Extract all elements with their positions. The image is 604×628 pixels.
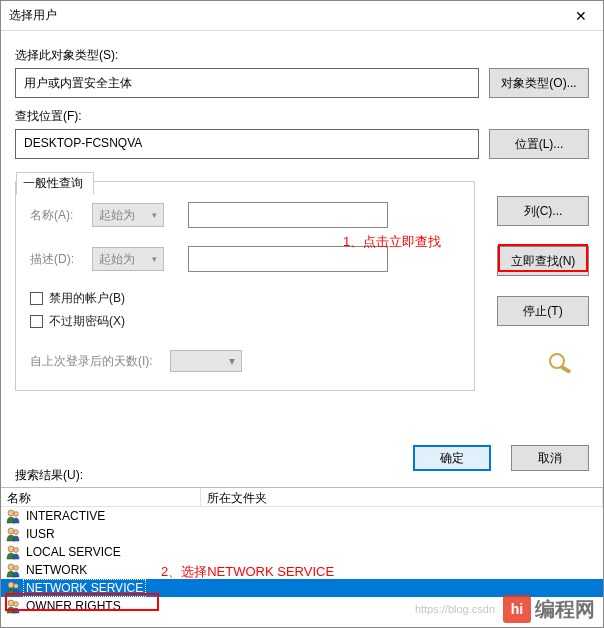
object-type-input[interactable]: 用户或内置安全主体 [15,68,479,98]
no-expire-checkbox[interactable]: 不过期密码(X) [30,313,460,330]
disabled-accounts-checkbox[interactable]: 禁用的帐户(B) [30,290,460,307]
principal-icon [5,526,21,542]
table-row[interactable]: LOCAL SERVICE [1,543,603,561]
svg-point-13 [14,602,19,607]
svg-point-5 [14,530,19,535]
magnifier-icon [545,351,577,375]
days-dropdown[interactable]: ▾ [170,350,242,372]
columns-button[interactable]: 列(C)... [497,196,589,226]
row-name: LOCAL SERVICE [24,544,123,560]
principal-icon [5,544,21,560]
desc-field-label: 描述(D): [30,251,92,268]
svg-rect-1 [560,365,572,374]
checkbox-icon [30,315,43,328]
search-results-label: 搜索结果(U): [15,467,83,484]
find-now-button[interactable]: 立即查找(N) [497,246,589,276]
svg-point-11 [14,584,19,589]
ok-button[interactable]: 确定 [413,445,491,471]
watermark-url: https://blog.csdn [415,603,495,615]
table-row[interactable]: INTERACTIVE [1,507,603,525]
locations-button[interactable]: 位置(L)... [489,129,589,159]
titlebar: 选择用户 ✕ [1,1,603,31]
column-name[interactable]: 名称 [1,488,201,506]
row-name: INTERACTIVE [24,508,107,524]
watermark: https://blog.csdn hi 编程网 [415,595,595,623]
row-name: NETWORK [24,562,89,578]
principal-icon [5,508,21,524]
svg-point-10 [8,582,14,588]
object-types-button[interactable]: 对象类型(O)... [489,68,589,98]
svg-point-7 [14,548,19,553]
svg-point-0 [550,354,564,368]
stop-button[interactable]: 停止(T) [497,296,589,326]
desc-mode-value: 起始为 [99,251,135,268]
window-title: 选择用户 [9,7,558,24]
chevron-down-icon: ▾ [152,254,157,264]
location-input[interactable]: DESKTOP-FCSNQVA [15,129,479,159]
principal-icon [5,562,21,578]
principal-icon [5,580,21,596]
watermark-logo-icon: hi [503,595,531,623]
days-since-login-label: 自上次登录后的天数(I): [30,353,170,370]
svg-point-12 [8,600,14,606]
annotation-2: 2、选择NETWORK SERVICE [161,563,334,581]
close-button[interactable]: ✕ [558,1,603,31]
principal-icon [5,598,21,614]
svg-point-4 [8,528,14,534]
location-label: 查找位置(F): [15,108,589,125]
table-row[interactable]: IUSR [1,525,603,543]
row-name: NETWORK SERVICE [24,580,145,596]
desc-mode-dropdown[interactable]: 起始为 ▾ [92,247,164,271]
no-expire-label: 不过期密码(X) [49,313,125,330]
row-name: IUSR [24,526,57,542]
chevron-down-icon: ▾ [152,210,157,220]
svg-point-2 [8,510,14,516]
svg-point-8 [8,564,14,570]
checkbox-icon [30,292,43,305]
name-mode-dropdown[interactable]: 起始为 ▾ [92,203,164,227]
name-input[interactable] [188,202,388,228]
row-name: OWNER RIGHTS [24,598,123,614]
common-queries-legend: 一般性查询 [16,172,94,195]
name-field-label: 名称(A): [30,207,92,224]
svg-point-6 [8,546,14,552]
column-folder[interactable]: 所在文件夹 [201,488,603,506]
svg-point-9 [14,566,19,571]
common-queries-fieldset: 一般性查询 名称(A): 起始为 ▾ 描述(D): 起始为 ▾ 禁用的帐户(B)… [15,181,475,391]
object-type-label: 选择此对象类型(S): [15,47,589,64]
watermark-text: 编程网 [535,596,595,623]
chevron-down-icon: ▾ [229,354,235,368]
cancel-button[interactable]: 取消 [511,445,589,471]
svg-point-3 [14,512,19,517]
results-header: 名称 所在文件夹 [1,487,603,507]
annotation-1: 1、点击立即查找 [343,233,441,251]
disabled-accounts-label: 禁用的帐户(B) [49,290,125,307]
name-mode-value: 起始为 [99,207,135,224]
